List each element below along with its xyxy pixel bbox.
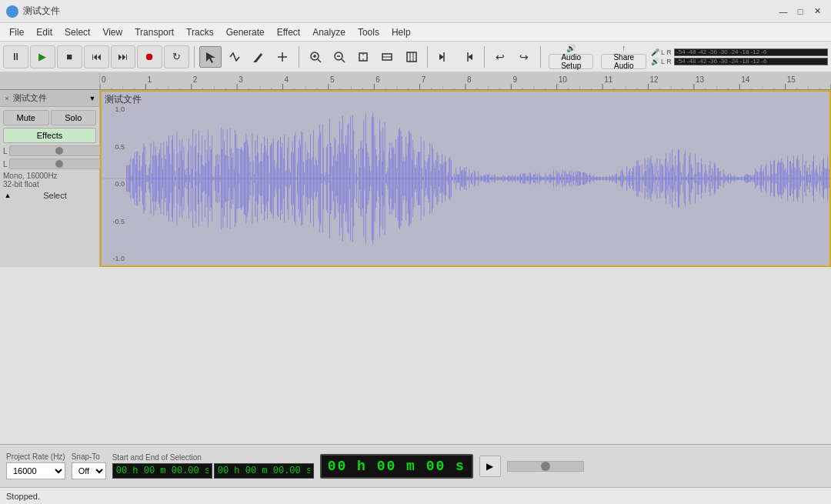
svg-rect-524 bbox=[546, 172, 546, 185]
svg-rect-584 bbox=[606, 177, 606, 180]
menu-item-file[interactable]: File bbox=[3, 25, 30, 39]
svg-rect-620 bbox=[642, 164, 642, 192]
svg-rect-487 bbox=[508, 175, 509, 182]
svg-rect-374 bbox=[395, 154, 395, 204]
menu-item-edit[interactable]: Edit bbox=[30, 25, 58, 39]
svg-rect-572 bbox=[593, 175, 594, 182]
svg-rect-265 bbox=[285, 172, 285, 186]
pan-left-label: L bbox=[3, 160, 8, 169]
menu-item-tracks[interactable]: Tracks bbox=[180, 25, 220, 39]
draw-tool-button[interactable] bbox=[248, 46, 270, 68]
play-button[interactable]: ▶ bbox=[30, 45, 55, 68]
zoom-out-button[interactable] bbox=[328, 46, 350, 68]
svg-rect-243 bbox=[263, 153, 264, 205]
svg-rect-191 bbox=[211, 149, 212, 209]
svg-rect-497 bbox=[518, 177, 519, 180]
svg-rect-307 bbox=[327, 144, 328, 212]
close-button[interactable]: ✕ bbox=[809, 4, 825, 19]
menu-item-help[interactable]: Help bbox=[385, 25, 417, 39]
svg-rect-361 bbox=[382, 162, 382, 196]
trim-right-button[interactable] bbox=[456, 46, 479, 68]
multi-tool-button[interactable] bbox=[272, 46, 294, 68]
envelope-tool-button[interactable] bbox=[223, 46, 245, 68]
svg-rect-136 bbox=[155, 147, 156, 210]
cursor-tool-button[interactable] bbox=[199, 46, 222, 68]
svg-rect-464 bbox=[485, 174, 486, 182]
svg-rect-470 bbox=[491, 177, 492, 181]
project-rate-select[interactable]: 16000 44100 48000 bbox=[6, 462, 65, 479]
menu-item-analyze[interactable]: Analyze bbox=[306, 25, 352, 39]
zoom-fit-button[interactable] bbox=[376, 46, 399, 68]
maximize-button[interactable]: □ bbox=[793, 4, 808, 19]
zoom-in-icon bbox=[309, 51, 322, 63]
svg-rect-610 bbox=[632, 172, 632, 185]
svg-rect-719 bbox=[741, 177, 742, 180]
svg-line-4 bbox=[318, 59, 321, 62]
svg-rect-429 bbox=[450, 157, 451, 201]
svg-rect-389 bbox=[409, 132, 410, 225]
svg-rect-404 bbox=[425, 161, 426, 196]
sel-start-input[interactable] bbox=[112, 463, 212, 479]
track-collapse-button[interactable]: ▼ bbox=[88, 94, 97, 103]
svg-rect-752 bbox=[774, 159, 775, 197]
menu-item-effect[interactable]: Effect bbox=[271, 25, 306, 39]
pause-button[interactable]: ⏸ bbox=[3, 45, 28, 68]
zoom-full-button[interactable] bbox=[400, 46, 422, 68]
svg-rect-240 bbox=[260, 162, 261, 196]
zoom-in-button[interactable] bbox=[304, 46, 326, 68]
svg-rect-643 bbox=[665, 159, 666, 198]
speed-slider[interactable] bbox=[507, 461, 584, 472]
effects-button[interactable]: Effects bbox=[3, 128, 96, 143]
svg-rect-268 bbox=[288, 137, 289, 220]
track-close-button[interactable]: × bbox=[2, 94, 12, 103]
volume-slider[interactable] bbox=[9, 145, 110, 156]
menu-item-transport[interactable]: Transport bbox=[128, 25, 180, 39]
bottom-play-button[interactable]: ▶ bbox=[479, 456, 501, 477]
svg-rect-450 bbox=[471, 174, 472, 183]
menu-item-view[interactable]: View bbox=[96, 25, 128, 39]
svg-rect-604 bbox=[626, 176, 626, 180]
svg-rect-594 bbox=[616, 174, 616, 184]
undo-button[interactable]: ↩ bbox=[489, 46, 512, 68]
loop-button[interactable]: ↻ bbox=[164, 45, 189, 68]
pan-slider[interactable] bbox=[9, 159, 110, 169]
selection-group: Start and End of Selection bbox=[112, 453, 314, 479]
track-controls-body: Mute Solo Effects L R L R Mono, 16000Hz … bbox=[0, 107, 99, 203]
svg-rect-725 bbox=[747, 174, 748, 183]
forward-button[interactable]: ⏭ bbox=[111, 45, 136, 68]
minimize-button[interactable]: — bbox=[776, 4, 791, 19]
svg-text:14: 14 bbox=[741, 75, 750, 84]
svg-rect-568 bbox=[589, 173, 590, 183]
svg-rect-209 bbox=[229, 169, 229, 188]
sel-end-input[interactable] bbox=[214, 463, 314, 479]
svg-rect-114 bbox=[133, 159, 134, 199]
svg-rect-489 bbox=[510, 176, 511, 180]
rewind-button[interactable]: ⏮ bbox=[84, 45, 109, 68]
draw-icon bbox=[252, 51, 265, 63]
audio-setup-button[interactable]: Audio Setup bbox=[549, 54, 594, 69]
redo-button[interactable]: ↪ bbox=[513, 46, 536, 68]
mute-button[interactable]: Mute bbox=[3, 110, 49, 125]
record-button[interactable]: ⏺ bbox=[137, 45, 162, 68]
svg-rect-586 bbox=[608, 177, 609, 180]
svg-rect-433 bbox=[454, 173, 455, 184]
output-meter: -54 -48 -42 -36 -30 -24 -18 -12 -6 bbox=[674, 58, 828, 65]
snap-to-select[interactable]: Off On bbox=[72, 462, 106, 479]
menu-item-tools[interactable]: Tools bbox=[352, 25, 385, 39]
svg-rect-172 bbox=[192, 169, 192, 188]
svg-rect-408 bbox=[429, 155, 429, 202]
meter-area: 🎤 L R -54 -48 -42 -36 -30 -24 -18 -12 -6… bbox=[651, 48, 828, 65]
select-arrow-button[interactable]: ▲ bbox=[3, 191, 12, 200]
svg-rect-335 bbox=[355, 173, 356, 184]
svg-rect-176 bbox=[195, 134, 196, 224]
trim-left-button[interactable] bbox=[432, 46, 455, 68]
share-audio-button[interactable]: Share Audio bbox=[601, 54, 646, 69]
menu-item-select[interactable]: Select bbox=[58, 25, 96, 39]
stop-button[interactable]: ■ bbox=[57, 45, 82, 68]
zoom-sel-button[interactable] bbox=[352, 46, 374, 68]
svg-rect-403 bbox=[424, 141, 425, 217]
menu-item-generate[interactable]: Generate bbox=[220, 25, 271, 39]
svg-rect-593 bbox=[615, 175, 616, 182]
solo-button[interactable]: Solo bbox=[51, 110, 97, 125]
svg-rect-393 bbox=[414, 150, 415, 208]
